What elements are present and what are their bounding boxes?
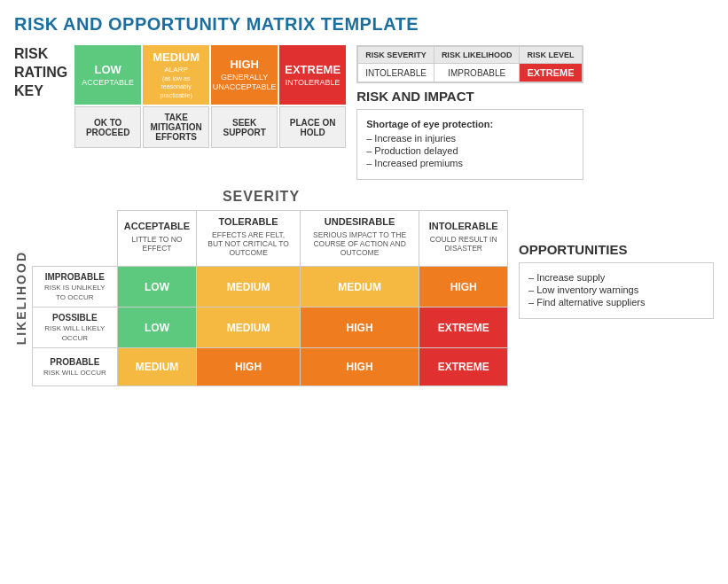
- rating-key-table: LOW ACCEPTABLE MEDIUM ALARP(as low as re…: [74, 45, 346, 148]
- page-title: RISK AND OPPORTUNITY MATRIX TEMPLATE: [14, 14, 714, 35]
- matrix-cell-r1-c0: LOW: [117, 308, 197, 348]
- col-header-acceptable: ACCEPTABLE LITTLE TO NO EFFECT: [117, 211, 197, 267]
- matrix-cell-r1-c2: HIGH: [300, 308, 419, 348]
- risk-impact-item-3: Increased premiums: [366, 158, 573, 168]
- risk-impact-item-2: Production delayed: [366, 145, 573, 156]
- col-header-tolerable: TOLERABLE EFFECTS ARE FELT, BUT NOT CRIT…: [197, 211, 300, 267]
- matrix-cell-r1-c3: EXTREME: [419, 308, 508, 348]
- opportunities-box: Increase supply Low inventory warnings F…: [519, 262, 714, 319]
- opportunities-panel: OPPORTUNITIES Increase supply Low invent…: [519, 189, 714, 386]
- matrix-wrapper: LIKELIHOOD ACCEPTABLE LITTLE TO NO EFFEC…: [14, 210, 508, 386]
- risk-and-impact-section: RISK AND IMPACT Shortage of eye protecti…: [356, 89, 583, 180]
- rating-key-label: RISKRATINGKEY: [14, 45, 67, 100]
- risk-table: RISK SEVERITY RISK LIKELIHOOD RISK LEVEL…: [357, 46, 582, 82]
- likelihood-label: LIKELIHOOD: [14, 251, 28, 345]
- severity-title: SEVERITY: [14, 189, 508, 205]
- row-header-0: IMPROBABLERISK IS UNLIKELY TO OCCUR: [33, 267, 118, 308]
- opportunities-title: OPPORTUNITIES: [519, 242, 714, 257]
- risk-likelihood-value: IMPROBABLE: [434, 64, 520, 82]
- rating-key: RISKRATINGKEY LOW ACCEPTABLE MEDIUM ALAR…: [14, 45, 346, 180]
- rk-extreme: EXTREME INTOLERABLE: [279, 45, 346, 105]
- rk-action-low: OK TO PROCEED: [74, 106, 141, 148]
- risk-severity-value: INTOLERABLE: [358, 64, 434, 82]
- risk-impact-description: Shortage of eye protection:: [366, 119, 573, 129]
- opportunities-list: Increase supply Low inventory warnings F…: [528, 272, 704, 308]
- rating-key-grid: LOW ACCEPTABLE MEDIUM ALARP(as low as re…: [74, 45, 346, 148]
- rk-action-extreme: PLACE ON HOLD: [279, 106, 346, 148]
- col-header-intolerable: INTOLERABLE COULD RESULT IN DISASTER: [419, 211, 508, 267]
- rk-high: HIGH GENERALLYUNACCEPTABLE: [211, 45, 278, 105]
- matrix-cell-r2-c3: EXTREME: [419, 348, 508, 386]
- matrix-cell-r1-c1: MEDIUM: [197, 308, 300, 348]
- col-header-undesirable: UNDESIRABLE SERIOUS IMPACT TO THE COURSE…: [300, 211, 419, 267]
- matrix-table: ACCEPTABLE LITTLE TO NO EFFECT TOLERABLE…: [32, 210, 508, 386]
- row-header-2: PROBABLERISK WILL OCCUR: [33, 348, 118, 386]
- rk-action-high: SEEK SUPPORT: [211, 106, 278, 148]
- risk-likelihood-header: RISK LIKELIHOOD: [434, 47, 520, 64]
- matrix-cell-r0-c1: MEDIUM: [197, 267, 300, 308]
- risk-level-header: RISK LEVEL: [520, 47, 582, 64]
- matrix-cell-r2-c0: MEDIUM: [117, 348, 197, 386]
- matrix-cell-r0-c0: LOW: [117, 267, 197, 308]
- matrix-cell-r2-c2: HIGH: [300, 348, 419, 386]
- page: RISK AND OPPORTUNITY MATRIX TEMPLATE RIS…: [0, 0, 728, 584]
- matrix-left: SEVERITY LIKELIHOOD ACCEPTABLE LITTLE TO…: [14, 189, 508, 386]
- rk-low: LOW ACCEPTABLE: [74, 45, 141, 105]
- matrix-cell-r2-c1: HIGH: [197, 348, 300, 386]
- risk-impact-box: Shortage of eye protection: Increase in …: [356, 109, 583, 180]
- risk-table-container: RISK SEVERITY RISK LIKELIHOOD RISK LEVEL…: [356, 45, 583, 83]
- opp-item-1: Increase supply: [528, 272, 704, 283]
- risk-severity-header: RISK SEVERITY: [358, 47, 434, 64]
- top-right-area: RISK SEVERITY RISK LIKELIHOOD RISK LEVEL…: [356, 45, 583, 180]
- rk-medium: MEDIUM ALARP(as low as reasonablypractic…: [143, 45, 209, 105]
- top-section: RISKRATINGKEY LOW ACCEPTABLE MEDIUM ALAR…: [14, 45, 714, 180]
- matrix-cell-r0-c2: MEDIUM: [300, 267, 419, 308]
- row-header-1: POSSIBLERISK WILL LIKELY OCCUR: [33, 308, 118, 348]
- opp-item-3: Find alternative suppliers: [528, 297, 704, 308]
- risk-impact-title: RISK AND IMPACT: [356, 89, 583, 104]
- opp-item-2: Low inventory warnings: [528, 284, 704, 295]
- risk-level-value: EXTREME: [520, 64, 582, 82]
- rk-action-medium: TAKE MITIGATION EFFORTS: [143, 106, 209, 148]
- matrix-section: SEVERITY LIKELIHOOD ACCEPTABLE LITTLE TO…: [14, 189, 714, 386]
- risk-impact-list: Increase in injuries Production delayed …: [366, 133, 573, 168]
- risk-impact-item-1: Increase in injuries: [366, 133, 573, 144]
- matrix-cell-r0-c3: HIGH: [419, 267, 508, 308]
